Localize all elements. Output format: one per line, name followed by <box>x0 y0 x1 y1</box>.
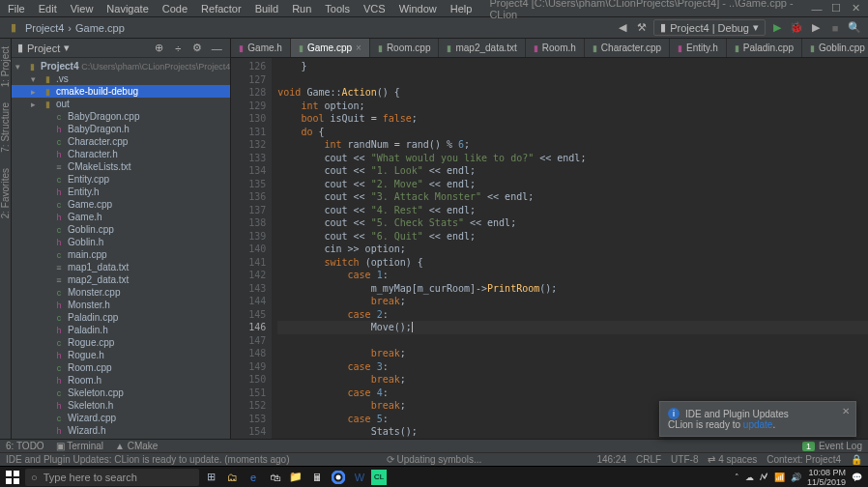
tab-goblin-cpp[interactable]: ▮Goblin.cpp <box>802 39 868 57</box>
context[interactable]: Context: Project4 <box>767 454 841 465</box>
tree-item-map2_data-txt[interactable]: ≡map2_data.txt <box>12 273 230 286</box>
tree-root[interactable]: ▾▮Project4 C:\Users\pham\CLionProjects\P… <box>12 60 230 72</box>
menu-help[interactable]: Help <box>445 2 478 15</box>
chrome-icon[interactable] <box>329 468 348 487</box>
hammer-icon[interactable]: ⚒ <box>634 20 650 36</box>
menu-tools[interactable]: Tools <box>319 2 356 15</box>
tree-item-rogue-cpp[interactable]: cRogue.cpp <box>12 336 230 349</box>
tree-item-cmake-build-debug[interactable]: ▸▮cmake-build-debug <box>12 85 230 98</box>
breadcrumb-file[interactable]: Game.cpp <box>75 22 125 34</box>
tree-item-character-h[interactable]: hCharacter.h <box>12 148 230 160</box>
tree-item-babydragon-h[interactable]: hBabyDragon.h <box>12 123 230 135</box>
tree-item-monster-h[interactable]: hMonster.h <box>12 299 230 311</box>
select-opened-icon[interactable]: ⊕ <box>151 41 166 56</box>
run-with-button[interactable]: ▶ <box>808 20 824 36</box>
run-button[interactable]: ▶ <box>769 20 785 36</box>
collapse-icon[interactable]: ÷ <box>170 41 186 56</box>
close-icon[interactable]: × <box>356 43 362 53</box>
maximize-button[interactable]: ☐ <box>829 2 843 15</box>
taskbar-clock[interactable]: 10:08 PM 11/5/2019 <box>807 468 846 487</box>
tab-character-cpp[interactable]: ▮Character.cpp <box>585 39 670 57</box>
code-editor[interactable]: } void Game::Action() { int option; bool… <box>272 58 868 439</box>
tree-item-main-cpp[interactable]: cmain.cpp <box>12 248 230 261</box>
encoding[interactable]: UTF-8 <box>671 454 698 465</box>
tab-game-cpp[interactable]: ▮Game.cpp× <box>291 39 370 57</box>
tree-item-paladin-h[interactable]: hPaladin.h <box>12 324 230 336</box>
taskbar-search[interactable]: ○ Type here to search <box>25 469 199 486</box>
start-button[interactable] <box>2 468 23 487</box>
tree-item-goblin-h[interactable]: hGoblin.h <box>12 236 230 248</box>
explorer-icon[interactable]: 🗂 <box>222 468 242 487</box>
eol[interactable]: CRLF <box>636 454 661 465</box>
search-icon[interactable]: 🔍 <box>847 20 862 36</box>
menu-vcs[interactable]: VCS <box>358 2 391 15</box>
tree-item--vs[interactable]: ▾▮.vs <box>12 72 230 85</box>
gear-icon[interactable]: ⚙ <box>189 41 205 56</box>
menu-code[interactable]: Code <box>157 2 193 15</box>
clion-icon[interactable]: CL <box>371 470 387 485</box>
tab-room-h[interactable]: ▮Room.h <box>526 39 585 57</box>
tray-battery-icon[interactable]: 🗲 <box>760 473 768 482</box>
task-view-icon[interactable]: ⊞ <box>201 468 220 487</box>
tree-item-goblin-cpp[interactable]: cGoblin.cpp <box>12 223 230 236</box>
tree-item-room-h[interactable]: hRoom.h <box>12 374 230 387</box>
tool-structure[interactable]: 7: Structure <box>0 99 11 157</box>
menu-file[interactable]: File <box>2 2 31 15</box>
tree-item-game-cpp[interactable]: cGame.cpp <box>12 198 230 211</box>
tab-game-h[interactable]: ▮Game.h <box>231 39 291 57</box>
menu-window[interactable]: Window <box>393 2 443 15</box>
tab-room-cpp[interactable]: ▮Room.cpp <box>370 39 440 57</box>
menu-view[interactable]: View <box>65 2 100 15</box>
event-log-tool[interactable]: Event Log <box>819 441 862 451</box>
close-button[interactable]: ✕ <box>849 2 862 15</box>
back-button[interactable]: ◀ <box>615 20 630 36</box>
tree-item-skeleton-h[interactable]: hSkeleton.h <box>12 399 230 412</box>
tree-item-entity-cpp[interactable]: cEntity.cpp <box>12 173 230 186</box>
tree-item-map1_data-txt[interactable]: ≡map1_data.txt <box>12 261 230 273</box>
store-icon[interactable]: 🛍 <box>265 468 284 487</box>
project-tree[interactable]: ▾▮Project4 C:\Users\pham\CLionProjects\P… <box>12 58 230 439</box>
tool-favorites[interactable]: 2: Favorites <box>0 164 11 222</box>
menu-build[interactable]: Build <box>249 2 284 15</box>
tree-item-paladin-cpp[interactable]: cPaladin.cpp <box>12 311 230 324</box>
tree-item-cmakelists-txt[interactable]: ≡CMakeLists.txt <box>12 160 230 173</box>
tree-item-rogue-h[interactable]: hRogue.h <box>12 349 230 361</box>
tree-item-game-h[interactable]: hGame.h <box>12 211 230 223</box>
stop-button[interactable]: ■ <box>827 20 843 36</box>
explorer2-icon[interactable]: 📁 <box>286 468 305 487</box>
menu-run[interactable]: Run <box>286 2 317 15</box>
tree-item-babydragon-cpp[interactable]: cBabyDragon.cpp <box>12 110 230 123</box>
tab-map2_data-txt[interactable]: ▮map2_data.txt <box>439 39 525 57</box>
tree-item-out[interactable]: ▸▮out <box>12 98 230 110</box>
tray-volume-icon[interactable]: 🔊 <box>791 473 801 482</box>
tab-paladin-cpp[interactable]: ▮Paladin.cpp <box>727 39 802 57</box>
tree-item-entity-h[interactable]: hEntity.h <box>12 186 230 198</box>
edge-icon[interactable]: e <box>244 468 263 487</box>
notification-center-icon[interactable]: 💬 <box>852 473 862 482</box>
tab-entity-h[interactable]: ▮Entity.h <box>670 39 727 57</box>
tree-item-monster-cpp[interactable]: cMonster.cpp <box>12 286 230 299</box>
debug-button[interactable]: 🐞 <box>789 20 804 36</box>
tree-item-skeleton-cpp[interactable]: cSkeleton.cpp <box>12 387 230 399</box>
notification-close-icon[interactable]: ✕ <box>842 406 850 416</box>
menu-navigate[interactable]: Navigate <box>101 2 154 15</box>
calc-icon[interactable]: 🖩 <box>307 468 327 487</box>
tray-cloud-icon[interactable]: ☁ <box>745 473 754 482</box>
lock-icon[interactable]: 🔒 <box>851 454 862 465</box>
breadcrumb-root[interactable]: Project4 <box>25 22 64 34</box>
tree-item-character-cpp[interactable]: cCharacter.cpp <box>12 135 230 148</box>
tray-up-icon[interactable]: ˄ <box>735 473 739 482</box>
tree-item-wizard-cpp[interactable]: cWizard.cpp <box>12 412 230 424</box>
tray-wifi-icon[interactable]: 📶 <box>774 473 785 482</box>
run-config-select[interactable]: ▮ Project4 | Debug ▾ <box>653 19 766 36</box>
hide-icon[interactable]: — <box>209 41 224 56</box>
menu-edit[interactable]: Edit <box>33 2 63 15</box>
tree-item-room-cpp[interactable]: cRoom.cpp <box>12 361 230 374</box>
word-icon[interactable]: W <box>350 468 369 487</box>
cmake-tool[interactable]: ▲ CMake <box>115 441 158 451</box>
terminal-tool[interactable]: ▣ Terminal <box>56 441 103 451</box>
menu-refactor[interactable]: Refactor <box>195 2 247 15</box>
minimize-button[interactable]: — <box>810 2 824 15</box>
todo-tool[interactable]: 6: TODO <box>6 441 44 451</box>
indent[interactable]: ⇄ 4 spaces <box>708 454 757 465</box>
